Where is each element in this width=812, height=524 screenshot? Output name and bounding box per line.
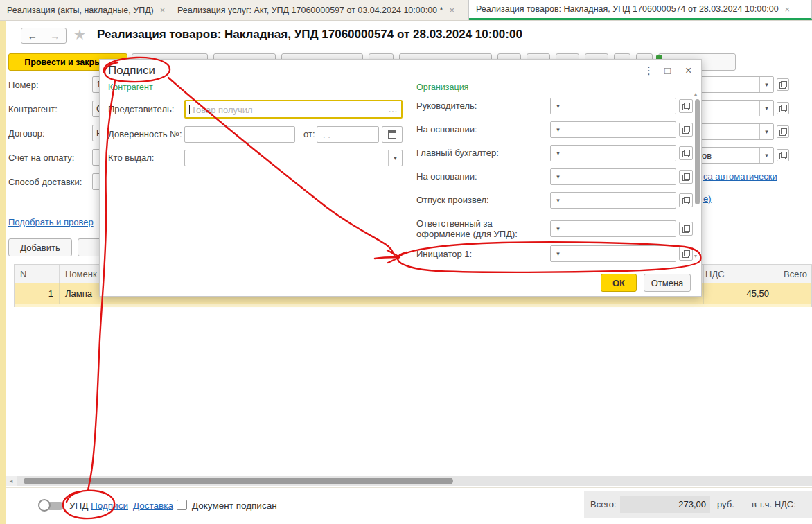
h-scrollbar-thumb[interactable] bbox=[24, 478, 453, 484]
close-icon[interactable]: × bbox=[685, 64, 691, 77]
released-by-field[interactable]: ▾ bbox=[550, 192, 676, 209]
delivery-method-label: Способ доставки: bbox=[8, 177, 82, 187]
col-total[interactable]: Всего bbox=[775, 265, 811, 283]
open-icon bbox=[779, 152, 787, 159]
cell-vat: 45,50 bbox=[704, 283, 775, 304]
chevron-down-icon[interactable]: ▾ bbox=[551, 98, 565, 114]
add-button[interactable]: Добавить bbox=[8, 238, 72, 256]
director-field[interactable]: ▾ bbox=[550, 98, 676, 114]
close-icon[interactable]: × bbox=[449, 5, 454, 15]
tab-realization-services[interactable]: Реализация услуг: Акт, УПД 17060000597 о… bbox=[170, 0, 469, 20]
attorney-date-field[interactable]: . . bbox=[317, 126, 379, 143]
calendar-icon bbox=[388, 130, 396, 139]
from-label: от: bbox=[303, 129, 315, 139]
prices-link-fragment[interactable]: е) bbox=[703, 193, 712, 204]
dialog-title: Подписи bbox=[108, 64, 155, 78]
issued-by-label: Кто выдал: bbox=[108, 152, 155, 163]
attorney-number-field[interactable] bbox=[184, 126, 295, 143]
combo-field[interactable]: ▾ bbox=[689, 76, 774, 93]
document-signed-label: Документ подписан bbox=[192, 500, 277, 511]
cell-total bbox=[775, 283, 811, 304]
history-nav: ← → bbox=[21, 28, 67, 44]
total-label: Всего: bbox=[590, 499, 617, 509]
open-icon bbox=[779, 128, 787, 136]
chief-accountant-field[interactable]: ▾ bbox=[550, 145, 676, 161]
open-button[interactable] bbox=[679, 170, 693, 184]
back-button[interactable]: ← bbox=[21, 28, 44, 43]
chevron-down-icon[interactable]: ▾ bbox=[551, 221, 565, 236]
signatures-link[interactable]: Подписи bbox=[91, 500, 128, 511]
left-accent-strip bbox=[0, 21, 6, 524]
tab-realization-list[interactable]: Реализация (акты, накладные, УПД) × bbox=[0, 0, 170, 20]
scroll-up-icon[interactable]: ▴ bbox=[694, 91, 701, 97]
chevron-down-icon[interactable]: ▾ bbox=[551, 169, 565, 184]
chevron-down-icon[interactable]: ▾ bbox=[388, 150, 402, 166]
open-button[interactable] bbox=[679, 247, 693, 261]
chevron-down-icon[interactable]: ▾ bbox=[759, 101, 773, 116]
chevron-down-icon[interactable]: ▾ bbox=[759, 148, 773, 163]
chevron-down-icon[interactable]: ▾ bbox=[551, 146, 565, 161]
chevron-down-icon[interactable]: ▾ bbox=[551, 122, 565, 137]
upd-toggle[interactable] bbox=[38, 499, 64, 513]
open-button[interactable] bbox=[679, 222, 693, 236]
favorite-star-icon[interactable]: ★ bbox=[73, 26, 86, 43]
chief-accountant-label: Главный бухгалтер: bbox=[416, 148, 499, 158]
chevron-down-icon[interactable]: ▾ bbox=[759, 124, 773, 139]
calendar-button[interactable] bbox=[382, 126, 403, 143]
modal-scrollbar-thumb[interactable] bbox=[695, 99, 700, 204]
issued-by-field[interactable]: ▾ bbox=[184, 150, 403, 166]
vat-total-label: в т.ч. НДС: bbox=[752, 499, 796, 509]
scroll-down-icon[interactable]: ▾ bbox=[694, 253, 701, 259]
contract-label: Договор: bbox=[8, 128, 45, 139]
currency-label: руб. bbox=[717, 499, 734, 509]
initiator-field[interactable]: ▾ bbox=[550, 245, 676, 262]
representative-field[interactable]: Товар получил ... bbox=[184, 100, 403, 119]
basis2-label: На основании: bbox=[416, 171, 477, 182]
tab-label: Реализация товаров: Накладная, УПД 17060… bbox=[476, 4, 779, 14]
close-icon[interactable]: × bbox=[785, 4, 791, 15]
settlements-link-fragment[interactable]: са автоматически bbox=[703, 171, 777, 182]
maximize-icon[interactable]: □ bbox=[664, 64, 671, 76]
director-label: Руководитель: bbox=[416, 101, 477, 111]
kebab-menu-icon[interactable]: ⋮ bbox=[644, 64, 654, 77]
open-button[interactable] bbox=[777, 149, 789, 161]
close-icon[interactable]: × bbox=[160, 5, 166, 15]
tab-label: Реализация услуг: Акт, УПД 17060000597 о… bbox=[177, 6, 443, 15]
col-vat[interactable]: НДС bbox=[704, 265, 775, 283]
total-value: 273,00 bbox=[620, 496, 710, 513]
chevron-down-icon[interactable]: ▾ bbox=[551, 193, 565, 208]
open-icon bbox=[682, 197, 690, 204]
open-button[interactable] bbox=[777, 125, 789, 138]
cancel-button[interactable]: Отмена bbox=[644, 274, 691, 292]
initiator-label: Инициатор 1: bbox=[416, 249, 472, 259]
open-button[interactable] bbox=[777, 102, 789, 114]
open-button[interactable] bbox=[679, 193, 693, 207]
combo-field[interactable]: ▾ bbox=[689, 100, 774, 116]
basis2-field[interactable]: ▾ bbox=[550, 168, 676, 185]
combo-field[interactable]: ▾ bbox=[689, 123, 774, 140]
responsible-upd-field[interactable]: ▾ bbox=[550, 220, 676, 237]
tab-realization-goods[interactable]: Реализация товаров: Накладная, УПД 17060… bbox=[469, 0, 812, 20]
totals-panel: Всего: 273,00 руб. в т.ч. НДС: bbox=[584, 491, 812, 518]
pick-and-check-link[interactable]: Подобрать и провер bbox=[8, 217, 94, 227]
tab-label: Реализация (акты, накладные, УПД) bbox=[7, 6, 154, 15]
scroll-left-icon[interactable]: ◂ bbox=[6, 476, 17, 486]
col-n[interactable]: N bbox=[15, 265, 60, 283]
row-selection-strip bbox=[14, 304, 812, 307]
open-icon bbox=[682, 173, 690, 181]
more-button[interactable]: ... bbox=[385, 101, 401, 117]
forward-button[interactable]: → bbox=[44, 28, 67, 43]
invoice-label: Счет на оплату: bbox=[8, 152, 74, 163]
open-button[interactable] bbox=[777, 78, 789, 91]
document-signed-checkbox[interactable] bbox=[177, 500, 187, 510]
combo-field[interactable]: нтов▾ bbox=[689, 147, 774, 164]
delivery-link[interactable]: Доставка bbox=[133, 500, 173, 511]
basis-label: На основании: bbox=[416, 124, 477, 134]
ok-button[interactable]: ОК bbox=[601, 274, 637, 292]
open-button[interactable] bbox=[679, 99, 693, 113]
chevron-down-icon[interactable]: ▾ bbox=[759, 77, 773, 92]
open-button[interactable] bbox=[679, 146, 693, 160]
open-button[interactable] bbox=[679, 123, 693, 137]
basis-field[interactable]: ▾ bbox=[550, 121, 676, 138]
chevron-down-icon[interactable]: ▾ bbox=[551, 246, 565, 261]
